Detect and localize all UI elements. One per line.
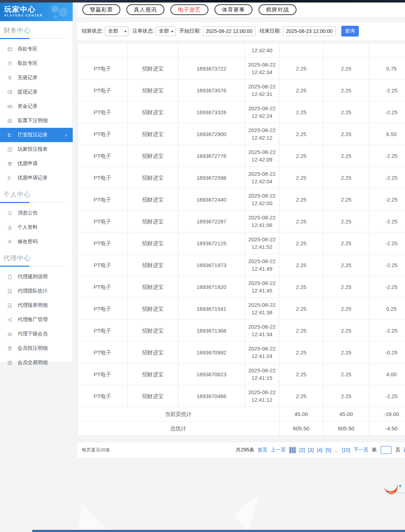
chevron-right-icon: › bbox=[65, 132, 67, 138]
cell-valid: 2.25 bbox=[323, 189, 369, 211]
table-row: PT电子招财进宝18936735762025-08-2212:42:312.25… bbox=[78, 79, 405, 101]
sidebar-item-代理下级会员[interactable]: 代理下级会员 bbox=[0, 327, 73, 341]
footer-logo-underline bbox=[387, 493, 405, 493]
cell-profit: -2.25 bbox=[369, 254, 405, 276]
bet-records-table-card: 12:42:40PT电子招财进宝18936737222025-08-2212:4… bbox=[77, 43, 405, 436]
cell-bet: 2.25 bbox=[279, 298, 323, 320]
cell-order: 1893672287 bbox=[178, 211, 245, 232]
sidebar-item-厅室投注记录[interactable]: 厅室投注记录› bbox=[0, 128, 73, 142]
page-link-[15][interactable]: [15] bbox=[342, 447, 350, 453]
sidebar-item-提现记录[interactable]: 提现记录 bbox=[0, 85, 73, 99]
cell-datetime: 2025-08-2212:41:34 bbox=[245, 320, 279, 342]
app-subtitle: PLAYERS CENTER bbox=[4, 14, 73, 17]
sidebar-item-消息公告[interactable]: 消息公告 bbox=[0, 206, 73, 220]
jump-suffix: 页 bbox=[395, 447, 400, 453]
sidebar-item-优惠申请[interactable]: 优惠申请 bbox=[0, 156, 73, 171]
money-bag-icon bbox=[7, 75, 13, 81]
cell-datetime: 2025-08-2212:42:04 bbox=[245, 167, 279, 189]
cell-valid bbox=[323, 43, 369, 58]
tab-电子游艺[interactable]: 电子游艺 bbox=[170, 4, 208, 15]
order-status-value: 全部 bbox=[159, 28, 169, 34]
pagination-bar: 每页显示20条 共295条首页上一页[1][2][3][4][5]...[15]… bbox=[77, 442, 405, 458]
cell-bet bbox=[279, 43, 323, 58]
cell-valid: 2.25 bbox=[323, 385, 369, 407]
page-link-[3][interactable]: [3] bbox=[308, 447, 314, 453]
next-page-link[interactable]: 下一页 bbox=[353, 447, 368, 453]
jump-page-input[interactable] bbox=[381, 446, 391, 454]
cell-profit: 0.75 bbox=[369, 58, 405, 79]
cell-platform: PT电子 bbox=[78, 363, 127, 385]
gift-icon bbox=[7, 161, 13, 166]
sidebar-item-代理报表明细[interactable]: 代理报表明细 bbox=[0, 298, 73, 313]
gamepad-icon bbox=[49, 4, 71, 20]
sidebar-item-代理规则说明[interactable]: 代理规则说明 bbox=[0, 270, 73, 284]
sidebar-item-会员交易明细[interactable]: 会员交易明细 bbox=[0, 356, 73, 370]
page-link-[2][interactable]: [2] bbox=[299, 447, 305, 453]
cash-note-icon bbox=[7, 104, 13, 109]
cell-profit: -2.25 bbox=[369, 320, 405, 342]
sidebar-item-取款专区[interactable]: 取款专区 bbox=[0, 56, 73, 71]
cell-bet: 2.25 bbox=[279, 276, 323, 298]
sidebar-item-资金记录[interactable]: 资金记录 bbox=[0, 99, 73, 113]
cell-profit: 4.00 bbox=[369, 363, 405, 385]
pager: 共295条首页上一页[1][2][3][4][5]...[15]下一页第页跳转 bbox=[236, 446, 405, 454]
rows-icon bbox=[7, 132, 13, 138]
cell-valid: 2.25 bbox=[323, 167, 369, 189]
order-status-label: 注单状态: bbox=[132, 28, 154, 34]
page-link-[5][interactable]: [5] bbox=[326, 447, 331, 453]
sidebar-item-代理团队统计[interactable]: 代理团队统计 bbox=[0, 284, 73, 298]
cell-valid: 2.25 bbox=[323, 145, 369, 167]
tab-雙贏彩票[interactable]: 雙贏彩票 bbox=[82, 4, 120, 15]
cell-valid: 2.25 bbox=[323, 363, 369, 385]
cell-game: 招财进宝 bbox=[127, 101, 178, 123]
cell-valid: 2.25 bbox=[323, 79, 369, 101]
filter-bar: 结算状态: 全部 ▾ 注单状态: 全部 ▾ 开始日期: 结束日期: 查询 bbox=[77, 22, 405, 40]
start-date-label: 开始日期: bbox=[179, 28, 201, 34]
tab-棋牌对战[interactable]: 棋牌对战 bbox=[259, 4, 296, 15]
total-summary-row: 总统计605.50605.50-4.50 bbox=[78, 421, 405, 436]
sidebar-item-label: 修改密码 bbox=[18, 238, 38, 245]
sidebar-item-代理推广管理[interactable]: 代理推广管理 bbox=[0, 313, 73, 327]
sidebar-item-label: 代理团队统计 bbox=[18, 288, 48, 294]
tab-真人视讯[interactable]: 真人视讯 bbox=[126, 4, 164, 15]
sidebar-item-充值记录[interactable]: 充值记录 bbox=[0, 71, 73, 85]
cell-profit: -2.25 bbox=[369, 101, 405, 123]
sidebar-item-玩家投注报表[interactable]: 玩家投注报表 bbox=[0, 142, 73, 156]
settle-status-select[interactable]: 全部 ▾ bbox=[105, 26, 129, 36]
sidebar-item-彩票下注明细[interactable]: 彩票下注明细 bbox=[0, 113, 73, 128]
page-link-[4][interactable]: [4] bbox=[317, 447, 323, 453]
sidebar-item-label: 充值记录 bbox=[18, 74, 38, 81]
prev-page-link[interactable]: 上一页 bbox=[271, 447, 286, 453]
cell-bet: 2.25 bbox=[279, 101, 323, 123]
first-page-link[interactable]: 首页 bbox=[257, 447, 267, 453]
page-link-...[interactable]: ... bbox=[334, 447, 339, 453]
table-row: PT电子招财进宝18936722872025-08-2212:41:562.25… bbox=[78, 211, 405, 232]
cell-valid: 2.25 bbox=[323, 254, 369, 276]
sidebar-item-个人资料[interactable]: 个人资料 bbox=[0, 220, 73, 234]
sidebar-item-优惠申请记录[interactable]: 优惠申请记录 bbox=[0, 171, 73, 185]
end-date-input[interactable] bbox=[283, 26, 336, 36]
query-button[interactable]: 查询 bbox=[341, 26, 359, 37]
sidebar-item-label: 代理推广管理 bbox=[18, 316, 48, 323]
order-status-select[interactable]: 全部 ▾ bbox=[156, 26, 175, 36]
page-link-[1][interactable]: [1] bbox=[289, 447, 296, 453]
sidebar-item-修改密码[interactable]: 修改密码 bbox=[0, 234, 73, 249]
bottom-blue-bar bbox=[32, 530, 405, 532]
cell-valid: 2.25 bbox=[323, 298, 369, 320]
sidebar-item-存款专区[interactable]: 存款专区 bbox=[0, 42, 73, 56]
cell-profit: -2.25 bbox=[369, 145, 405, 167]
start-date-input[interactable] bbox=[203, 26, 256, 36]
jump-button[interactable]: 跳转 bbox=[404, 447, 405, 453]
sidebar-item-会员投注明细[interactable]: 会员投注明细 bbox=[0, 341, 73, 356]
cell-game: 招财进宝 bbox=[127, 167, 178, 189]
table-row: PT电子招财进宝18936729002025-08-2212:42:122.25… bbox=[78, 123, 405, 145]
background-triangle-decor bbox=[233, 493, 260, 532]
tab-体育赛事[interactable]: 体育赛事 bbox=[214, 4, 252, 15]
report-icon bbox=[7, 303, 13, 308]
cell-order: 1893673326 bbox=[178, 101, 245, 123]
cell-datetime: 2025-08-2212:42:12 bbox=[245, 123, 279, 145]
cell-datetime: 2025-08-2212:41:52 bbox=[245, 232, 279, 254]
cell-summary-label: 总统计 bbox=[78, 421, 279, 436]
cell-order: 1893672598 bbox=[178, 167, 245, 189]
cell-game: 招财进宝 bbox=[127, 123, 178, 145]
